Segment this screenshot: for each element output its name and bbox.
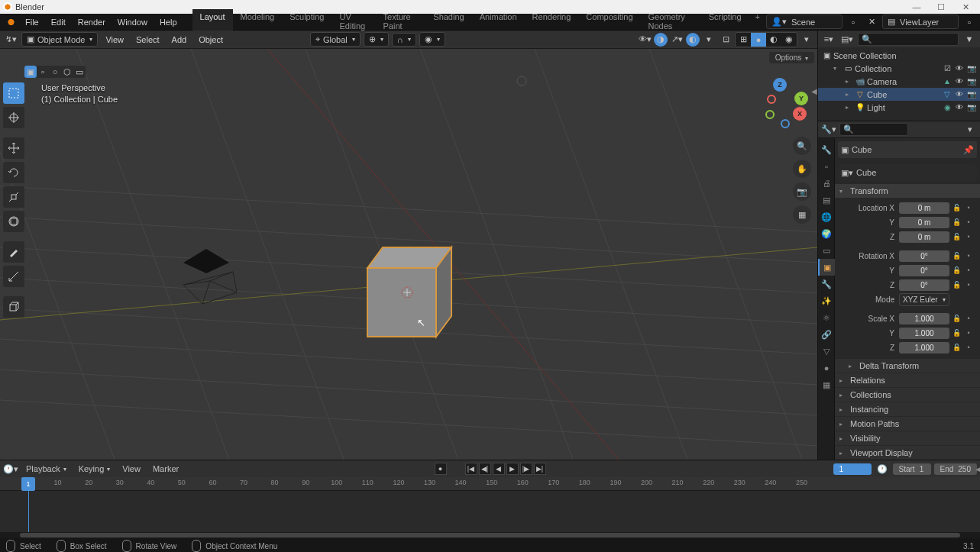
shading-solid-icon[interactable]: ● — [751, 33, 766, 47]
rotation-y-field[interactable]: 0° — [899, 265, 949, 276]
timeline-marker-menu[interactable]: Marker — [148, 463, 183, 475]
dot-icon[interactable]: • — [963, 202, 974, 213]
dot-icon[interactable]: • — [963, 231, 974, 242]
n-panel-toggle[interactable]: ◀ — [811, 87, 817, 95]
tab-scene-icon[interactable]: 🌐 — [818, 208, 835, 225]
camera-view-icon[interactable]: 📷 — [793, 182, 811, 201]
menu-edit[interactable]: Edit — [45, 15, 72, 29]
lock-icon[interactable]: 🔓 — [951, 328, 962, 338]
editor-type-icon[interactable]: ↯▾ — [3, 33, 18, 47]
eye-icon[interactable]: 👁 — [954, 102, 965, 113]
properties-options-icon[interactable]: ▾ — [962, 123, 978, 137]
tab-modifiers-icon[interactable]: 🔧 — [818, 276, 835, 292]
rotation-mode-select[interactable]: XYZ Euler▾ — [899, 293, 949, 306]
scale-y-field[interactable]: 1.000 — [899, 328, 949, 339]
timeline-playback-menu[interactable]: Playback▾ — [21, 463, 71, 475]
preview-range-icon[interactable]: 🕐 — [875, 462, 890, 476]
layer-new-icon[interactable]: ▫ — [962, 15, 977, 29]
axis-neg-z-icon[interactable] — [781, 119, 790, 128]
axis-z-icon[interactable]: Z — [773, 78, 787, 92]
tool-measure[interactable] — [3, 266, 24, 287]
scene-browse-icon[interactable]: ▫ — [846, 15, 861, 29]
start-frame-field[interactable]: Start1 — [893, 463, 931, 475]
blender-icon[interactable] — [6, 17, 16, 27]
select-mode-tweak-icon[interactable]: ▣ — [24, 66, 37, 78]
vp-menu-object[interactable]: Object — [194, 33, 228, 47]
render-icon[interactable]: 📷 — [966, 63, 977, 74]
location-y-field[interactable]: 0 m — [899, 217, 949, 228]
jump-start-icon[interactable]: |◀ — [465, 463, 477, 475]
jump-end-icon[interactable]: ▶| — [534, 463, 546, 475]
rotation-z-field[interactable]: 0° — [899, 279, 949, 291]
vp-menu-add[interactable]: Add — [167, 33, 192, 47]
timeline-ruler[interactable]: 1 10203040506070809010011012013014015016… — [0, 477, 980, 491]
tool-select-box[interactable] — [3, 82, 24, 104]
snap-toggle[interactable]: ∩▾ — [392, 33, 416, 47]
dot-icon[interactable]: • — [963, 279, 974, 290]
eye-icon[interactable]: 👁 — [954, 76, 965, 87]
outliner-item-light[interactable]: ▸ 💡 Light ◉ 👁📷 — [818, 101, 980, 114]
overlay-dropdown-icon[interactable]: ▾ — [701, 33, 716, 47]
visibility-icon[interactable]: 👁▾ — [637, 33, 652, 47]
menu-help[interactable]: Help — [154, 15, 183, 29]
properties-search-input[interactable]: 🔍 — [839, 123, 908, 136]
shading-rendered-icon[interactable]: ◉ — [781, 33, 797, 47]
axis-neg-y-icon[interactable] — [765, 110, 775, 119]
shading-material-icon[interactable]: ◐ — [766, 33, 781, 47]
lock-icon[interactable]: 🔓 — [951, 342, 962, 353]
tab-constraints-icon[interactable]: 🔗 — [818, 326, 835, 343]
scene-new-icon[interactable]: ✕ — [864, 15, 879, 29]
panel-delta-transform[interactable]: ▸Delta Transform — [835, 359, 980, 373]
playhead[interactable]: 1 — [21, 477, 35, 491]
axis-neg-x-icon[interactable] — [767, 95, 776, 104]
gizmo-toggle-icon[interactable]: ◑ — [654, 33, 668, 47]
next-keyframe-icon[interactable]: |▶ — [520, 463, 532, 475]
axis-y-icon[interactable]: Y — [794, 92, 808, 105]
properties-breadcrumb[interactable]: ▣ Cube 📌 — [838, 141, 977, 158]
properties-editor-type-icon[interactable]: 🔧▾ — [821, 123, 836, 137]
timeline-keying-menu[interactable]: Keying▾ — [74, 463, 115, 475]
tab-output-icon[interactable]: 🖨 — [818, 175, 835, 192]
end-frame-field[interactable]: End250 — [934, 463, 977, 475]
scale-z-field[interactable]: 1.000 — [899, 342, 949, 353]
current-frame-field[interactable]: 1 — [833, 463, 872, 475]
close-button[interactable]: ✕ — [960, 2, 971, 12]
render-icon[interactable]: 📷 — [966, 76, 977, 87]
outliner-editor-type-icon[interactable]: ≡▾ — [821, 32, 836, 46]
timeline-scrollbar[interactable] — [0, 532, 980, 538]
zoom-icon[interactable]: 🔍 — [793, 137, 811, 155]
panel-transform-header[interactable]: ▾ Transform — [835, 184, 980, 198]
select-mode-extend-icon[interactable]: ▭ — [73, 66, 86, 78]
timeline-editor-type-icon[interactable]: 🕐▾ — [3, 462, 18, 476]
gizmo-arrow-icon[interactable]: ↗▾ — [669, 33, 684, 47]
timeline-track[interactable] — [0, 491, 980, 532]
outliner-collection[interactable]: ▾ ▭ Collection ☑👁📷 — [818, 62, 980, 75]
rotation-x-field[interactable]: 0° — [899, 250, 949, 262]
disclosure-triangle-icon[interactable]: ▾ — [833, 65, 841, 72]
lock-icon[interactable]: 🔓 — [951, 313, 962, 324]
viewlayer-selector[interactable]: ▤ ViewLayer — [882, 15, 959, 29]
outliner-search-input[interactable]: 🔍 — [858, 33, 959, 46]
tab-viewlayer-icon[interactable]: ▤ — [818, 192, 835, 208]
viewport-3d[interactable]: Options ▾ ▣ ▫ ○ ⬡ ▭ User Perspective (1)… — [0, 49, 817, 460]
disclosure-triangle-icon[interactable]: ▸ — [846, 104, 853, 111]
lock-icon[interactable]: 🔓 — [951, 217, 962, 228]
dot-icon[interactable]: • — [963, 265, 974, 276]
autokey-toggle-icon[interactable]: ● — [435, 463, 447, 475]
tab-data-icon[interactable]: ▽ — [818, 343, 835, 360]
eye-icon[interactable]: 👁 — [954, 63, 965, 74]
tool-cursor[interactable] — [3, 107, 24, 128]
prev-keyframe-icon[interactable]: ◀| — [479, 463, 491, 475]
tab-tool-icon[interactable]: 🔧 — [818, 141, 835, 158]
xray-toggle-icon[interactable]: ⊡ — [718, 33, 733, 47]
tab-object-icon[interactable]: ▣ — [818, 259, 835, 276]
lock-icon[interactable]: 🔓 — [951, 265, 962, 276]
outliner-scene-collection[interactable]: ▣ Scene Collection — [818, 49, 980, 62]
camera-object[interactable] — [160, 243, 252, 312]
scene-selector[interactable]: 👤▾ Scene — [766, 15, 843, 29]
disclosure-triangle-icon[interactable]: ▸ — [846, 91, 853, 98]
overlay-toggle-icon[interactable]: ◐ — [686, 33, 700, 47]
perspective-toggle-icon[interactable]: ▦ — [793, 205, 811, 224]
select-mode-box-icon[interactable]: ▫ — [37, 66, 49, 78]
tab-world-icon[interactable]: 🌍 — [818, 225, 835, 242]
